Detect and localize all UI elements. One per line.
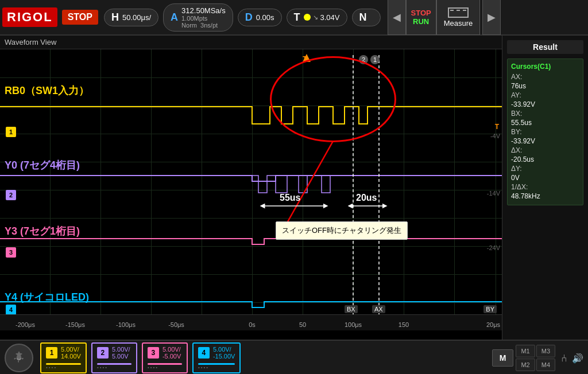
usb-icon: ⑃ — [561, 352, 567, 364]
run-label: RUN — [413, 17, 429, 26]
waveform-area[interactable]: Waveform View — [0, 36, 502, 340]
acquire-control[interactable]: A 312.50MSa/s 1.00Mpts Norm 3ns/pt — [163, 3, 233, 32]
by-bottom-label: BY — [483, 305, 497, 313]
volt-marker-24v: -24V — [487, 244, 500, 251]
ch3-num-badge: 3 — [6, 247, 16, 258]
inv-dx-row: 1/ΔX: — [511, 183, 579, 191]
ch2-header: 2 5.00V/ 5.00V — [97, 346, 130, 360]
volt-marker-4v: -4V — [490, 133, 500, 139]
bottom-bar: 1 5.00V/ 14.00V •••• 2 5.00V/ 5.00V ••••… — [0, 340, 588, 374]
cursor-section-title: Cursors(C1) — [511, 63, 579, 71]
ch1-dots: •••• — [46, 365, 57, 370]
bx-bottom-label: BX — [345, 305, 358, 313]
horizontal-control[interactable]: H 50.00μs/ — [104, 9, 158, 26]
ay-value: -33.92V — [511, 100, 535, 108]
trigger-control[interactable]: T ↘ 3.04V — [287, 9, 347, 26]
ch1-label: RB0（SW1入力） — [5, 84, 89, 98]
m-sub-buttons: M1 M3 M2 M4 — [516, 345, 555, 371]
dy-row: ΔY: — [511, 165, 579, 173]
inv-dx-value: 48.78kHz — [511, 192, 540, 200]
ch1-header: 1 5.00V/ 14.00V — [46, 346, 81, 360]
delay-control[interactable]: D 0.00s — [238, 9, 282, 26]
marker-2: 2 — [359, 55, 368, 64]
by-value: -33.92V — [511, 137, 535, 145]
ch3-vals: 5.00V/ -5.00V — [163, 346, 181, 360]
measure-label: Measure — [444, 19, 473, 28]
tick-200: -200μs — [16, 321, 35, 328]
ch3-header: 3 5.00V/ -5.00V — [148, 346, 181, 360]
ax-label: AX: — [511, 73, 522, 81]
ax-bottom-label: AX — [372, 305, 385, 313]
tick-0: 0s — [249, 321, 256, 328]
m2-button[interactable]: M2 — [516, 359, 535, 371]
dy-value: 0V — [511, 174, 520, 182]
t-letter: T — [294, 11, 300, 24]
ax-value-row: 76us — [511, 82, 579, 90]
d-letter: D — [245, 11, 253, 24]
dy-label: ΔY: — [511, 165, 522, 173]
dx-label: ΔX: — [511, 146, 522, 154]
volt-marker-14v: -14V — [487, 190, 500, 197]
stop-button[interactable]: STOP — [62, 10, 98, 25]
ay-value-row: -33.92V — [511, 100, 579, 108]
ch2-label: Y0 (7セグ4桁目) — [5, 158, 80, 172]
ch2-button[interactable]: 2 5.00V/ 5.00V •••• — [91, 342, 137, 373]
ch4-vals: 5.00V/ -15.00V — [213, 346, 235, 360]
tick-right: 20μs — [486, 321, 500, 328]
nav-right-button[interactable]: ▶ — [482, 0, 501, 35]
t-top-marker: T — [303, 55, 307, 63]
m3-button[interactable]: M3 — [536, 345, 555, 357]
ax-value: 76us — [511, 82, 526, 90]
a-mode: Norm 3ns/pt — [181, 22, 226, 29]
ch2-dots: •••• — [97, 365, 108, 370]
h-letter: H — [111, 11, 119, 24]
by-value-row: -33.92V — [511, 137, 579, 145]
rigol-logo: RIGOL — [2, 7, 57, 27]
cursor-section: Cursors(C1) AX: 76us AY: -33.92V BX: 55.… — [507, 59, 583, 205]
nav-left-button[interactable]: ◀ — [388, 0, 406, 35]
m4-button[interactable]: M4 — [536, 359, 555, 371]
ch4-header: 4 5.00V/ -15.00V — [198, 346, 235, 360]
dy-value-row: 0V — [511, 174, 579, 182]
waveform-title: Waveform View — [0, 36, 502, 49]
t-voltage: 3.04V — [320, 13, 340, 22]
ch3-button[interactable]: 3 5.00V/ -5.00V •••• — [142, 342, 188, 373]
tick-150: -150μs — [65, 321, 85, 328]
settings-gear-button[interactable] — [5, 344, 33, 372]
tick-150r: 150 — [399, 321, 409, 328]
waveform-canvas[interactable]: RB0（SW1入力） Y0 (7セグ4桁目) Y3 (7セグ1桁目) Y4 (サ… — [0, 49, 502, 330]
ch3-label: Y3 (7セグ1桁目) — [5, 224, 80, 238]
t-marker: T — [495, 123, 499, 131]
inv-dx-label: 1/ΔX: — [511, 183, 528, 191]
n-control[interactable]: N — [352, 9, 381, 26]
a-letter: A — [171, 11, 178, 24]
ch3-dots: •••• — [148, 365, 158, 370]
t-indicator — [304, 14, 311, 21]
m1-button[interactable]: M1 — [516, 345, 535, 357]
ch2-vals: 5.00V/ 5.00V — [112, 346, 130, 360]
ch4-button[interactable]: 4 5.00V/ -15.00V •••• — [192, 342, 241, 373]
ch4-num: 4 — [198, 347, 210, 359]
main-area: Waveform View — [0, 36, 588, 340]
ch4-dots: •••• — [198, 365, 209, 370]
n-letter: N — [359, 11, 367, 24]
measure-button[interactable]: Measure — [436, 0, 481, 35]
measure-icon — [448, 7, 469, 18]
stop-run-control[interactable]: STOP RUN — [406, 0, 436, 35]
ch1-button[interactable]: 1 5.00V/ 14.00V •••• — [40, 342, 87, 373]
a-pts: 1.00Mpts — [181, 15, 226, 22]
ch2-num: 2 — [97, 347, 109, 359]
a-sample: 312.50MSa/s — [181, 6, 226, 15]
ay-label: AY: — [511, 91, 521, 99]
dx-value: -20.5us — [511, 155, 534, 163]
tick-50r: 50 — [299, 321, 306, 328]
top-bar: RIGOL STOP H 50.00μs/ A 312.50MSa/s 1.00… — [0, 0, 588, 36]
bx-value-row: 55.5us — [511, 119, 579, 127]
m-button[interactable]: M — [492, 349, 514, 367]
bx-label: BX: — [511, 110, 522, 118]
time-axis: -200μs -150μs -100μs -50μs 0s 50 100μs 1… — [0, 314, 502, 330]
ch4-label: Y4 (サイコロLED) — [5, 290, 89, 304]
by-label: BY: — [511, 128, 522, 136]
tick-100r: 100μs — [345, 321, 362, 328]
ch4-num-badge: 4 — [6, 305, 16, 315]
